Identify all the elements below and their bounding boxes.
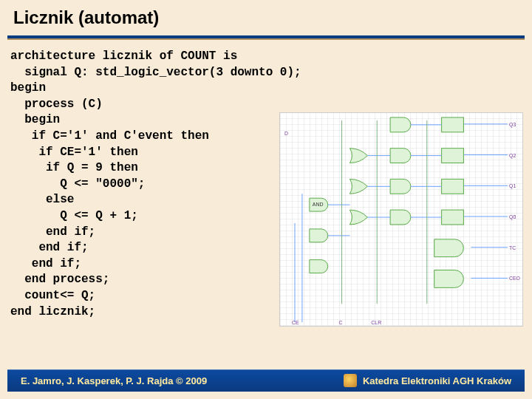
svg-rect-8 xyxy=(442,179,464,194)
slide-title: Licznik (automat) xyxy=(13,7,519,28)
footer-left: E. Jamro, J. Kasperek, P. J. Rajda © 200… xyxy=(21,375,207,386)
footer-right: Katedra Elektroniki AGH Kraków xyxy=(344,374,511,387)
gate xyxy=(390,117,411,225)
net-label: Q1 xyxy=(509,183,516,189)
net-label: D xyxy=(284,131,288,136)
footer-institution: Katedra Elektroniki AGH Kraków xyxy=(363,375,511,386)
svg-rect-9 xyxy=(442,210,464,225)
net-label: C xyxy=(339,320,343,325)
net-label: Q2 xyxy=(509,153,516,159)
content-area: architecture licznik of COUNT is signal … xyxy=(0,38,532,349)
title-region: Licznik (automat) xyxy=(0,0,532,31)
net-label: CE xyxy=(292,320,299,325)
svg-rect-7 xyxy=(442,149,464,163)
net-label: TC xyxy=(509,245,516,250)
net-label: CLR xyxy=(371,320,381,325)
gate xyxy=(310,229,328,242)
net-label: CEO xyxy=(509,276,521,281)
gate-label: AND xyxy=(313,202,324,207)
gate xyxy=(349,149,367,225)
gate xyxy=(310,260,328,273)
footer-authors: E. Jamro, J. Kasperek, P. J. Rajda © 200… xyxy=(21,375,207,386)
gate xyxy=(434,270,464,288)
net-label: Q3 xyxy=(509,122,516,128)
net-label: Q0 xyxy=(509,214,516,220)
schematic-diagram: Q3 Q2 Q1 Q0 TC CEO xyxy=(279,112,523,327)
slide: Licznik (automat) architecture licznik o… xyxy=(0,0,532,399)
svg-rect-6 xyxy=(442,117,464,132)
crest-icon xyxy=(344,374,357,387)
gate xyxy=(434,239,464,257)
footer-bar: E. Jamro, J. Kasperek, P. J. Rajda © 200… xyxy=(7,369,525,392)
ff-block xyxy=(442,117,464,225)
